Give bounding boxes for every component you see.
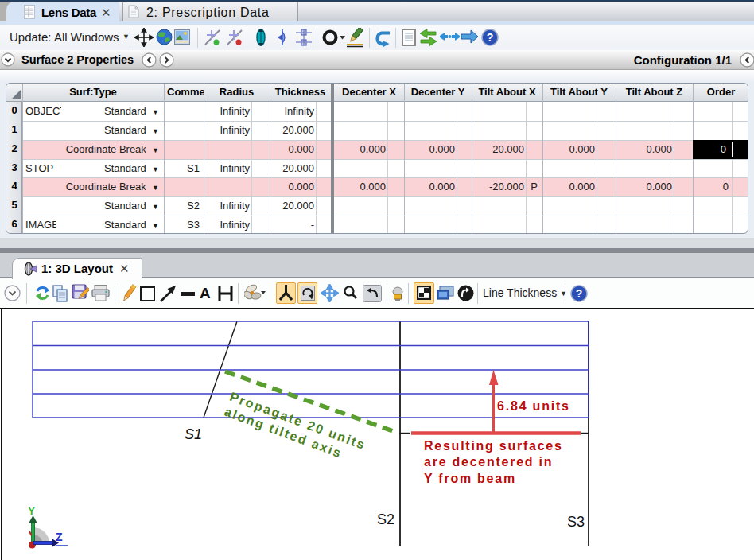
svg-text:?: ? <box>487 31 494 44</box>
svg-text:Y: Y <box>29 506 36 517</box>
svg-text:?: ? <box>576 287 583 300</box>
svg-text:Z: Z <box>56 531 63 543</box>
